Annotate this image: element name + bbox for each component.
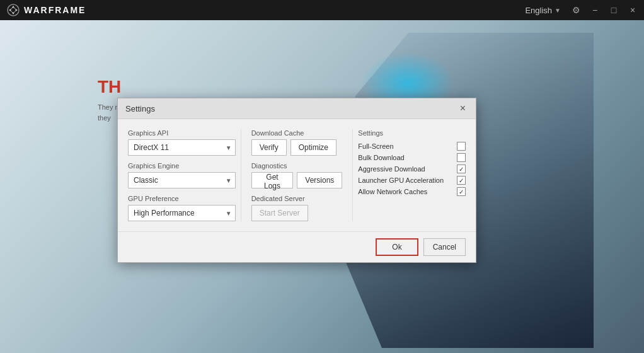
launcher-gpu-row: Launcher GPU Acceleration [358, 176, 466, 185]
gpu-preference-label: GPU Preference [128, 195, 236, 202]
warframe-logo-icon [6, 3, 20, 17]
graphics-api-wrapper: DirectX 11 DirectX 12 OpenGL ▼ [128, 139, 236, 156]
full-screen-row: Full-Screen [358, 142, 466, 151]
optimize-button[interactable]: Optimize [290, 139, 336, 156]
aggressive-download-row: Aggressive Download [358, 165, 466, 173]
bulk-download-row: Bulk Download [358, 153, 466, 162]
close-button[interactable]: × [624, 1, 641, 19]
diagnostics-label: Diagnostics [251, 162, 343, 170]
dialog-footer: Ok Cancel [118, 231, 476, 262]
diagnostics-buttons: Get Logs Versions [251, 172, 343, 188]
dialog-title: Settings [125, 104, 155, 113]
graphics-column: Graphics API DirectX 11 DirectX 12 OpenG… [128, 129, 241, 221]
versions-button[interactable]: Versions [297, 172, 342, 188]
language-chevron-icon: ▼ [555, 7, 561, 14]
title-bar-left: WARFRAME [0, 3, 86, 17]
warframe-logo: WARFRAME [6, 3, 86, 17]
bg-heading: TH [98, 77, 148, 97]
graphics-engine-select[interactable]: Classic New Rendering Engine [128, 172, 236, 188]
bulk-download-label: Bulk Download [358, 154, 457, 161]
cancel-button[interactable]: Cancel [423, 238, 466, 256]
full-screen-label: Full-Screen [358, 142, 457, 150]
allow-network-label: Allow Network Caches [358, 188, 457, 195]
allow-network-checkbox[interactable] [457, 187, 466, 196]
settings-column-title: Settings [358, 129, 466, 137]
graphics-engine-label: Graphics Engine [128, 162, 236, 170]
bulk-download-checkbox[interactable] [457, 153, 466, 162]
download-cache-label: Download Cache [251, 129, 343, 137]
gpu-preference-wrapper: High Performance Power Saving Auto ▼ [128, 205, 236, 221]
settings-button[interactable]: ⚙ [567, 1, 585, 19]
dialog-body: Graphics API DirectX 11 DirectX 12 OpenG… [118, 119, 476, 231]
start-server-button[interactable]: Start Server [251, 205, 308, 221]
launcher-gpu-label: Launcher GPU Acceleration [358, 176, 457, 184]
aggressive-download-label: Aggressive Download [358, 165, 457, 173]
launcher-gpu-checkbox[interactable] [457, 176, 466, 185]
minimize-button[interactable]: − [586, 1, 604, 19]
full-screen-checkbox[interactable] [457, 142, 466, 151]
get-logs-button[interactable]: Get Logs [251, 172, 294, 188]
dialog-title-bar: Settings × [118, 98, 476, 119]
allow-network-row: Allow Network Caches [358, 187, 466, 196]
title-bar: WARFRAME English ▼ ⚙ − □ × [0, 0, 644, 20]
verify-button[interactable]: Verify [251, 139, 287, 156]
graphics-engine-wrapper: Classic New Rendering Engine ▼ [128, 172, 236, 188]
download-cache-buttons: Verify Optimize [251, 139, 343, 156]
maximize-button[interactable]: □ [605, 1, 623, 19]
graphics-api-label: Graphics API [128, 129, 236, 137]
settings-dialog: Settings × Graphics API DirectX 11 Direc… [117, 98, 476, 263]
dedicated-server-buttons: Start Server [251, 205, 343, 221]
dialog-close-button[interactable]: × [457, 103, 468, 113]
download-column: Download Cache Verify Optimize Diagnosti… [241, 129, 354, 221]
language-label: English [525, 6, 552, 15]
dedicated-server-label: Dedicated Server [251, 195, 343, 202]
language-selector[interactable]: English ▼ [520, 4, 566, 16]
gpu-preference-select[interactable]: High Performance Power Saving Auto [128, 205, 236, 221]
app-title: WARFRAME [24, 5, 86, 15]
title-bar-right: English ▼ ⚙ − □ × [520, 1, 644, 19]
ok-button[interactable]: Ok [376, 238, 418, 256]
aggressive-download-checkbox[interactable] [457, 165, 466, 173]
settings-column: Settings Full-Screen Bulk Download Aggre… [353, 129, 466, 221]
graphics-api-select[interactable]: DirectX 11 DirectX 12 OpenGL [128, 139, 236, 156]
